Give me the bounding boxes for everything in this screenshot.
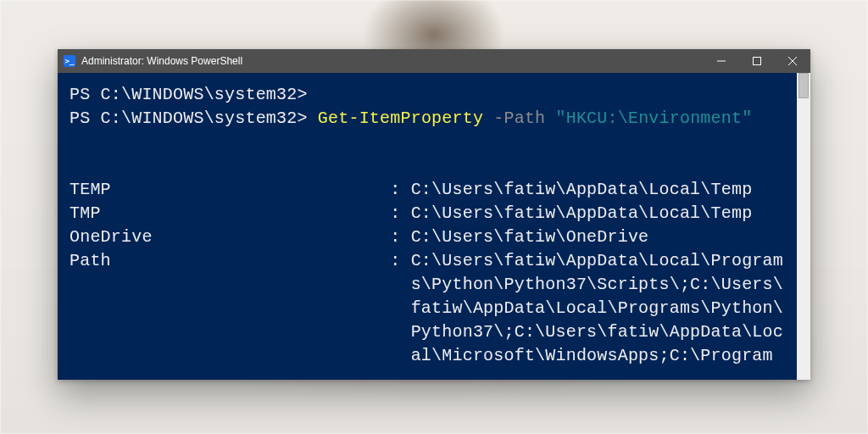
scroll-thumb[interactable] — [798, 73, 809, 98]
prompt-line-2: PS C:\WINDOWS\system32> — [70, 108, 318, 128]
cmd-cmdlet: Get-ItemProperty — [318, 108, 483, 128]
maximize-icon — [753, 57, 761, 65]
output-line: s\Python\Python37\Scripts\;C:\Users\ — [70, 275, 783, 294]
output-line: TEMP : C:\Users\fatiw\AppData\Local\Temp — [70, 180, 752, 199]
prompt-line-1: PS C:\WINDOWS\system32> — [70, 85, 308, 104]
powershell-icon: >_ — [64, 55, 75, 67]
cmd-space-2 — [545, 108, 555, 128]
close-icon — [788, 57, 797, 65]
maximize-button[interactable] — [739, 49, 775, 73]
minimize-button[interactable] — [704, 49, 739, 73]
output-line: Path : C:\Users\fatiw\AppData\Local\Prog… — [70, 251, 783, 270]
output-line: Python37\;C:\Users\fatiw\AppData\Loc — [70, 322, 783, 342]
terminal-output[interactable]: PS C:\WINDOWS\system32> PS C:\WINDOWS\sy… — [58, 73, 797, 380]
output-line: OneDrive : C:\Users\fatiw\OneDrive — [70, 227, 648, 247]
minimize-icon — [717, 57, 726, 65]
cmd-space-1 — [483, 108, 493, 128]
client-area: PS C:\WINDOWS\system32> PS C:\WINDOWS\sy… — [58, 73, 810, 380]
cmd-param: -Path — [493, 108, 545, 128]
output-line: al\Microsoft\WindowsApps;C:\Program — [70, 346, 773, 365]
app-icon: >_ — [63, 54, 76, 68]
powershell-window: >_ Administrator: Windows PowerShell PS … — [58, 49, 810, 380]
output-line: fatiw\AppData\Local\Programs\Python\ — [70, 298, 783, 318]
vertical-scrollbar[interactable] — [797, 73, 810, 380]
close-button[interactable] — [775, 49, 810, 73]
titlebar[interactable]: >_ Administrator: Windows PowerShell — [58, 49, 810, 73]
window-title: Administrator: Windows PowerShell — [81, 55, 242, 67]
output-line: TMP : C:\Users\fatiw\AppData\Local\Temp — [70, 203, 752, 223]
cmd-string: "HKCU:\Environment" — [556, 108, 753, 128]
svg-rect-0 — [754, 58, 761, 65]
